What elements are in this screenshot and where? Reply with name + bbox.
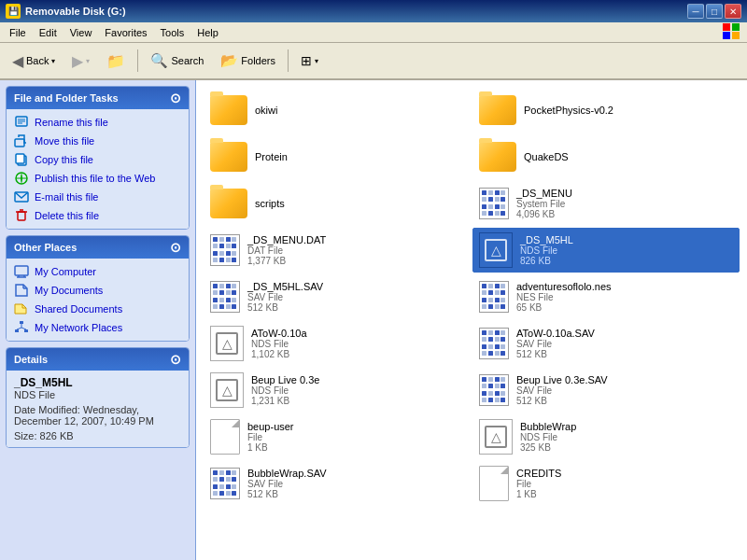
svg-rect-6 [16,154,24,163]
list-item[interactable]: okiwi [204,88,471,133]
folder-icon [479,142,516,172]
rename-icon [14,115,29,130]
content-area: okiwi PocketPhysics-v0.2 Protein QuakeDS [196,80,747,560]
place-shared-documents[interactable]: Shared Documents [7,300,189,318]
copy-icon [14,152,29,167]
minimize-button[interactable]: ─ [687,4,704,19]
task-rename-label: Rename this file [35,117,108,128]
file-meta: 4,096 KB [516,209,572,219]
list-item[interactable]: Beup Live 0.3e.SAV SAV File 512 KB [472,368,740,413]
nes-file-icon [479,281,509,313]
window-title: Removable Disk (G:) [25,6,126,17]
place-my-documents[interactable]: My Documents [7,281,189,300]
svg-rect-22 [15,329,19,332]
other-places-collapse-icon[interactable]: ⊙ [170,240,181,255]
task-copy-label: Copy this file [35,154,93,165]
task-move-label: Move this file [35,135,94,147]
list-item[interactable]: _DS_MENU.DAT DAT File 1,377 KB [204,228,471,273]
list-item[interactable]: AToW-0.10a.SAV SAV File 512 KB [472,321,740,366]
back-dropdown-icon[interactable]: ▾ [51,57,55,65]
file-meta: 1 KB [516,489,561,499]
other-places-header[interactable]: Other Places ⊙ [7,236,189,259]
maximize-button[interactable]: □ [706,4,723,19]
menu-help[interactable]: Help [191,25,224,40]
file-info: Protein [255,151,288,162]
list-item[interactable]: beup-user File 1 KB [204,414,471,459]
nds-file-icon [210,326,244,361]
up-button[interactable]: 📁 [100,47,132,75]
delete-icon [14,208,29,223]
list-item[interactable]: _DS_M5HL NDS File 826 KB [472,228,740,273]
task-rename[interactable]: Rename this file [7,113,189,132]
title-bar-buttons: ─ □ ✕ [687,4,741,19]
title-bar: 💾 Removable Disk (G:) ─ □ ✕ [0,0,747,22]
task-move[interactable]: Move this file [7,132,189,150]
list-item[interactable]: _DS_MENU System File 4,096 KB [472,181,740,226]
task-email[interactable]: E-mail this file [7,188,189,206]
toolbar: ◀ Back ▾ ▶ ▾ 📁 🔍 Search 📂 Folders ⊞ ▾ [0,43,747,80]
views-button[interactable]: ⊞ ▾ [294,47,325,75]
menu-edit[interactable]: Edit [34,25,63,40]
sav-file-icon [479,328,509,359]
file-info: Beup Live 0.3e.SAV SAV File 512 KB [516,374,608,406]
list-item[interactable]: adventuresoflolo.nes NES File 65 KB [472,274,740,319]
file-meta: SAV File [247,292,323,302]
details-collapse-icon[interactable]: ⊙ [170,352,181,367]
file-info: _DS_MENU.DAT DAT File 1,377 KB [247,234,326,266]
list-item[interactable]: BubbleWrap.SAV SAV File 512 KB [204,461,471,506]
my-documents-icon [14,283,29,298]
file-folder-tasks-header[interactable]: File and Folder Tasks ⊙ [7,87,189,109]
place-my-computer[interactable]: My Computer [7,262,189,281]
file-folder-tasks-title: File and Folder Tasks [14,92,119,104]
forward-button[interactable]: ▶ ▾ [65,47,96,75]
file-info: AToW-0.10a NDS File 1,102 KB [251,328,307,359]
other-places-content: My Computer My Documents Shared Document… [7,259,189,341]
details-header[interactable]: Details ⊙ [7,348,189,371]
folders-button[interactable]: 📂 Folders [214,47,282,75]
file-meta: SAV File [516,339,595,349]
file-meta: 512 KB [247,489,327,499]
nds-symbol [485,239,507,261]
task-email-label: E-mail this file [35,191,98,203]
network-icon [14,320,29,335]
menu-file[interactable]: File [4,25,32,40]
list-item[interactable]: _DS_M5HL.SAV SAV File 512 KB [204,274,471,319]
search-button[interactable]: 🔍 Search [144,47,210,75]
publish-icon [14,171,29,186]
list-item[interactable]: Beup Live 0.3e NDS File 1,231 KB [204,368,471,413]
list-item[interactable]: Protein [204,134,471,179]
list-item[interactable]: CREDITS File 1 KB [472,461,740,506]
file-meta: 1,377 KB [247,256,326,266]
svg-line-25 [17,328,21,329]
file-name: _DS_MENU.DAT [247,234,326,245]
svg-rect-10 [18,212,25,220]
details-filename: _DS_M5HL [14,376,181,389]
list-item[interactable]: PocketPhysics-v0.2 [472,88,740,133]
list-item[interactable]: AToW-0.10a NDS File 1,102 KB [204,321,471,366]
views-dropdown-icon[interactable]: ▾ [315,57,318,65]
menu-favorites[interactable]: Favorites [99,25,152,40]
task-copy[interactable]: Copy this file [7,150,189,169]
folder-icon [210,142,247,172]
other-places-title: Other Places [14,242,77,253]
details-filetype: NDS File [14,389,181,400]
list-item[interactable]: QuakeDS [472,134,740,179]
task-delete[interactable]: Delete this file [7,206,189,225]
menu-tools[interactable]: Tools [155,25,190,40]
task-publish[interactable]: Publish this file to the Web [7,169,189,188]
file-name: Beup Live 0.3e [251,374,319,385]
list-item[interactable]: BubbleWrap NDS File 325 KB [472,414,740,459]
close-button[interactable]: ✕ [725,4,741,19]
back-button[interactable]: ◀ Back ▾ [6,47,62,75]
place-network[interactable]: My Network Places [7,318,189,337]
list-item[interactable]: scripts [204,181,471,226]
tasks-collapse-icon[interactable]: ⊙ [170,91,181,105]
menu-view[interactable]: View [64,25,98,40]
forward-dropdown-icon[interactable]: ▾ [86,57,90,65]
search-label: Search [171,55,204,66]
file-name: adventuresoflolo.nes [516,281,612,292]
move-icon [14,133,29,148]
file-info: _DS_MENU System File 4,096 KB [516,188,572,219]
file-name: beup-user [247,421,294,432]
file-meta: 826 KB [520,256,573,266]
